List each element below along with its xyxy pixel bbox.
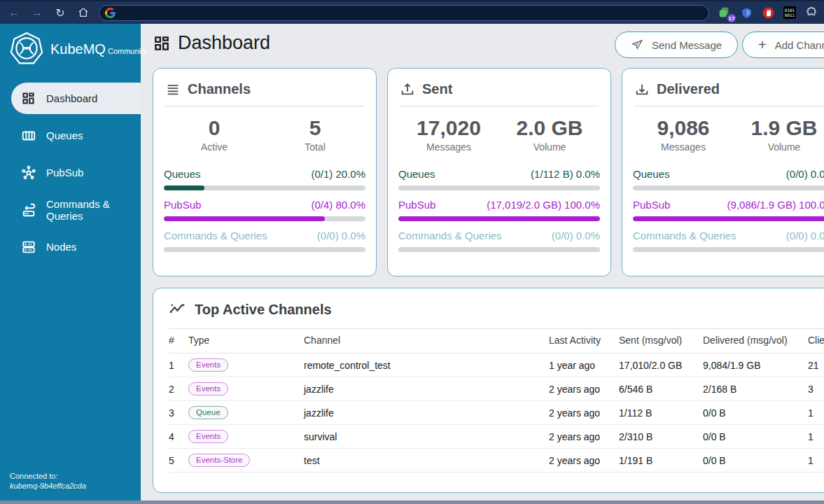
logo-title: KubeMQ: [50, 41, 106, 57]
table-header-row: # Type Channel Last Activity Sent (msg/v…: [169, 329, 824, 354]
connected-host: kubemq-9b4effca2cda: [10, 481, 86, 491]
sidebar-item-label: Commands & Queries: [46, 198, 141, 222]
sidebar: KubeMQCommunity Dashboard Queues PubS: [0, 24, 141, 500]
sidebar-item-label: PubSub: [46, 167, 83, 178]
col-header-channel: Channel: [304, 329, 549, 354]
progress-row-queues[interactable]: Queues(0/0) 0.0%: [633, 168, 824, 190]
progress-row-queues[interactable]: Queues(0/1) 20.0%: [164, 168, 365, 190]
kubemq-logo: KubeMQCommunity: [0, 24, 141, 77]
progress-row-commands-queries[interactable]: Commands & Queries(0/0) 0.0%: [164, 230, 365, 252]
sidebar-item-label: Dashboard: [46, 92, 97, 104]
pubsub-icon: [21, 165, 36, 181]
reload-icon[interactable]: ↻: [52, 4, 69, 21]
table-row[interactable]: 3 Queue jazzlife 2 years ago 1/112 B 0/0…: [169, 401, 824, 425]
extension-binary-chip-icon[interactable]: 0101 0011: [783, 6, 797, 20]
stat-active: 0 Active: [164, 116, 265, 153]
extension-shield-icon[interactable]: [739, 6, 753, 20]
table-row[interactable]: 4 Events survival 2 years ago 2/310 B 0/…: [169, 425, 824, 449]
progress-row-pubsub[interactable]: PubSub(0/4) 80.0%: [164, 199, 365, 221]
col-header-type: Type: [188, 329, 304, 354]
extension-green-stack-icon[interactable]: 17: [718, 6, 732, 20]
top-active-channels-card: Top Active Channels # Type Channel Last …: [153, 288, 824, 493]
stat-messages: 17,020 Messages: [398, 116, 499, 153]
connection-status: Connected to: kubemq-9b4effca2cda: [10, 471, 86, 491]
channel-name: remote_control_test: [304, 354, 549, 377]
type-badge: Events-Store: [188, 454, 250, 467]
col-header-num: #: [169, 329, 188, 354]
window-bottom-edge: [0, 500, 824, 504]
progress-row-pubsub[interactable]: PubSub(17,019/2.0 GB) 100.0%: [398, 199, 600, 221]
sidebar-item-label: Nodes: [46, 241, 76, 253]
progress-row-commands-queries[interactable]: Commands & Queries(0/0) 0.0%: [398, 230, 600, 252]
kubemq-logo-icon: [8, 31, 45, 67]
sidebar-item-label: Queues: [46, 130, 83, 141]
page-title: Dashboard: [178, 32, 270, 54]
card-title: Channels: [188, 81, 251, 97]
plus-icon: +: [758, 37, 767, 53]
trend-chart-icon: [169, 301, 186, 318]
address-bar[interactable]: [99, 5, 709, 21]
sidebar-item-nodes[interactable]: Nodes: [11, 231, 141, 262]
col-header-sent: Sent (msg/vol): [619, 329, 703, 354]
browser-toolbar: ← → ↻ 17: [0, 0, 824, 24]
send-message-label: Send Message: [652, 39, 722, 51]
channel-name: test: [304, 449, 549, 472]
back-icon[interactable]: ←: [6, 4, 22, 21]
stat-messages: 9,086 Messages: [633, 116, 734, 153]
table-title: Top Active Channels: [195, 302, 332, 318]
kubemq-dashboard-window: ← → ↻ 17: [0, 0, 824, 504]
main-content: Dashboard Send Message + Add Channel Cha…: [141, 24, 824, 500]
card-title: Delivered: [657, 81, 720, 97]
connected-label: Connected to:: [10, 471, 86, 481]
table-row[interactable]: 1 Events remote_control_test 1 year ago …: [169, 354, 824, 377]
sidebar-item-pubsub[interactable]: PubSub: [11, 157, 141, 188]
channel-name: survival: [304, 425, 549, 449]
table-row[interactable]: 5 Events-Store test 2 years ago 1/191 B …: [169, 449, 824, 472]
extension-hand-blocker-icon[interactable]: [761, 6, 775, 20]
paper-plane-icon: [631, 38, 643, 51]
progress-row-queues[interactable]: Queues(1/112 B) 0.0%: [398, 168, 600, 190]
type-badge: Events: [188, 382, 228, 396]
download-icon: [634, 82, 650, 97]
stat-volume: 2.0 GB Volume: [499, 116, 600, 153]
col-header-clients: Clients: [808, 329, 824, 354]
add-channel-label: Add Channel: [775, 39, 824, 51]
progress-row-pubsub[interactable]: PubSub(9,086/1.9 GB) 100.0%: [633, 199, 824, 221]
nodes-icon: [21, 239, 36, 255]
type-badge: Events: [188, 358, 228, 372]
type-badge: Events: [188, 430, 228, 443]
queues-icon: [21, 128, 36, 144]
sidebar-item-dashboard[interactable]: Dashboard: [11, 83, 141, 114]
col-header-last-activity: Last Activity: [549, 329, 619, 354]
channel-name: jazzlife: [304, 377, 549, 401]
sent-card: Sent 17,020 Messages 2.0 GB Volume Queue…: [387, 68, 611, 276]
sidebar-item-queues[interactable]: Queues: [11, 120, 141, 151]
dashboard-icon: [21, 91, 36, 106]
upload-icon: [400, 82, 415, 97]
dashboard-title-icon: [153, 34, 171, 52]
stat-cards-row: Channels 0 Active 5 Total Queues(0/1) 20…: [141, 67, 824, 276]
col-header-delivered: Delivered (msg/vol): [703, 329, 808, 354]
forward-icon[interactable]: →: [29, 4, 46, 21]
delivered-card: Delivered 9,086 Messages 1.9 GB Volume Q…: [622, 68, 824, 276]
home-icon[interactable]: [75, 4, 92, 21]
google-favicon-icon: [105, 8, 116, 18]
extensions-puzzle-icon[interactable]: [804, 6, 818, 20]
channel-name: jazzlife: [304, 401, 549, 425]
stat-total: 5 Total: [265, 116, 365, 153]
page-header: Dashboard Send Message + Add Channel: [141, 24, 824, 67]
channels-list-icon: [165, 82, 181, 97]
stat-volume: 1.9 GB Volume: [734, 116, 824, 153]
card-title: Sent: [422, 81, 452, 97]
progress-row-commands-queries[interactable]: Commands & Queries(0/0) 0.0%: [633, 230, 824, 252]
type-badge: Queue: [188, 406, 228, 419]
commands-queries-icon: [21, 202, 36, 218]
sidebar-menu: Dashboard Queues PubSub Commands & Queri…: [0, 80, 141, 265]
send-message-button[interactable]: Send Message: [615, 31, 738, 58]
extension-badge: 17: [727, 14, 736, 22]
table-row[interactable]: 2 Events jazzlife 2 years ago 6/546 B 2/…: [169, 377, 824, 401]
sidebar-item-commands-queries[interactable]: Commands & Queries: [11, 194, 141, 225]
add-channel-button[interactable]: + Add Channel: [742, 31, 824, 58]
channels-table: # Type Channel Last Activity Sent (msg/v…: [169, 328, 824, 472]
channels-card: Channels 0 Active 5 Total Queues(0/1) 20…: [153, 68, 377, 276]
